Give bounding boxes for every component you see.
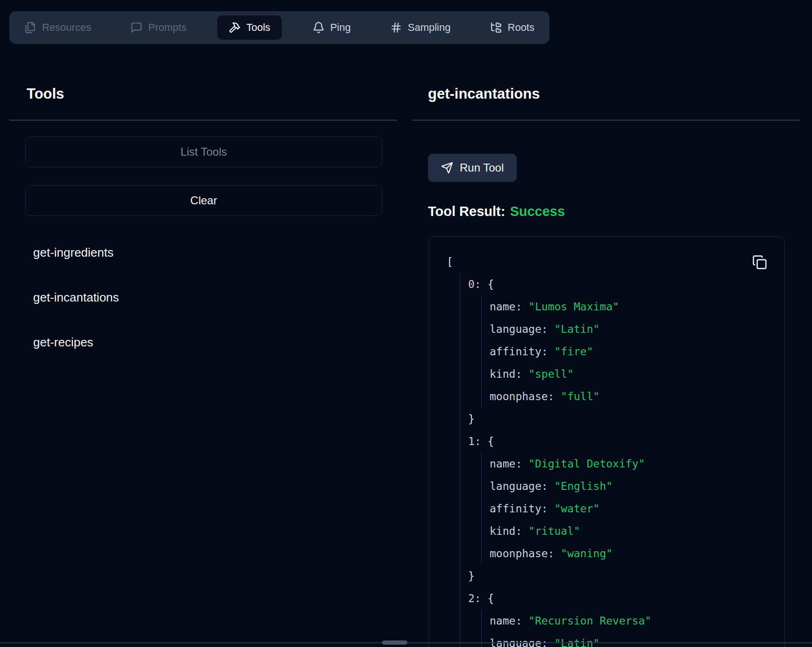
json-open-bracket: [	[447, 251, 651, 273]
json-array-body: 0: {name: "Lumos Maxima"language: "Latin…	[460, 273, 651, 647]
tab-label: Sampling	[408, 22, 451, 34]
json-entry: 1: {name: "Digital Detoxify"language: "E…	[468, 430, 651, 587]
json-result-viewer: [0: {name: "Lumos Maxima"language: "Lati…	[428, 236, 785, 647]
json-field-line: affinity: "fire"	[490, 340, 651, 363]
send-icon	[441, 162, 453, 174]
tab-label: Prompts	[148, 22, 186, 34]
run-tool-label: Run Tool	[460, 161, 504, 174]
json-field-line: kind: "ritual"	[490, 520, 651, 542]
tool-list-item-get-ingredients[interactable]: get-ingredients	[33, 230, 360, 275]
run-tool-button[interactable]: Run Tool	[428, 154, 517, 182]
json-field-line: language: "English"	[490, 475, 651, 497]
tool-result-status: Success	[510, 204, 565, 219]
app-screen: Resources Prompts Tools Ping Sampling Ro…	[0, 0, 812, 647]
tool-list: get-ingredients get-incantations get-rec…	[33, 230, 360, 365]
tab-roots[interactable]: Roots	[482, 16, 543, 39]
tab-label: Tools	[246, 22, 270, 34]
hammer-icon	[228, 22, 241, 34]
json-field-line: name: "Recursion Reversa"	[490, 610, 651, 632]
selected-tool-heading: get-incantations	[428, 86, 540, 102]
tab-tools[interactable]: Tools	[217, 15, 281, 40]
copy-icon	[752, 255, 767, 270]
json-field-line: moonphase: "full"	[490, 385, 651, 408]
horizontal-scrollbar-thumb[interactable]	[382, 640, 407, 645]
json-field-line: moonphase: "waning"	[490, 542, 651, 565]
tool-result-line: Tool Result:Success	[428, 204, 565, 219]
tab-prompts[interactable]: Prompts	[122, 16, 195, 39]
message-square-icon	[130, 22, 142, 34]
json-entry-index-line: 1: {	[468, 430, 651, 453]
clear-button[interactable]: Clear	[25, 185, 382, 216]
tab-resources[interactable]: Resources	[16, 16, 100, 39]
json-field-line: language: "Latin"	[490, 632, 651, 647]
folder-tree-icon	[490, 22, 502, 34]
tab-label: Resources	[42, 22, 91, 34]
files-icon	[24, 22, 36, 34]
json-entry-close: }	[468, 565, 651, 587]
tab-ping[interactable]: Ping	[304, 16, 359, 39]
json-field-line: affinity: "water"	[490, 497, 651, 520]
tab-label: Ping	[330, 22, 351, 34]
json-field-line: name: "Digital Detoxify"	[490, 453, 651, 475]
json-viewer-code: [0: {name: "Lumos Maxima"language: "Lati…	[429, 237, 651, 647]
tool-list-item-get-recipes[interactable]: get-recipes	[33, 320, 360, 365]
json-entry: 2: {name: "Recursion Reversa"language: "…	[468, 587, 651, 647]
tab-label: Roots	[508, 22, 534, 34]
copy-button[interactable]	[750, 253, 769, 272]
json-field-line: name: "Lumos Maxima"	[490, 295, 651, 318]
bell-icon	[313, 22, 325, 34]
tools-panel-divider	[9, 120, 397, 121]
tools-panel-heading: Tools	[27, 86, 64, 102]
list-tools-button[interactable]: List Tools	[25, 137, 382, 167]
json-entry-close: }	[468, 408, 651, 430]
json-entry: 0: {name: "Lumos Maxima"language: "Latin…	[468, 273, 651, 430]
hash-icon	[390, 22, 402, 34]
json-entry-body: name: "Digital Detoxify"language: "Engli…	[481, 453, 651, 565]
json-entry-index-line: 2: {	[468, 587, 651, 610]
tool-result-label: Tool Result:	[428, 204, 505, 219]
json-field-line: kind: "spell"	[490, 363, 651, 385]
json-field-line: language: "Latin"	[490, 318, 651, 340]
json-entry-index-line: 0: {	[468, 273, 651, 295]
result-panel-divider	[413, 120, 800, 121]
tab-sampling[interactable]: Sampling	[382, 16, 459, 39]
top-nav-bar: Resources Prompts Tools Ping Sampling Ro…	[9, 11, 549, 44]
json-entry-body: name: "Recursion Reversa"language: "Lati…	[481, 610, 651, 647]
json-entry-body: name: "Lumos Maxima"language: "Latin"aff…	[481, 295, 651, 408]
tool-list-item-get-incantations[interactable]: get-incantations	[33, 275, 360, 320]
